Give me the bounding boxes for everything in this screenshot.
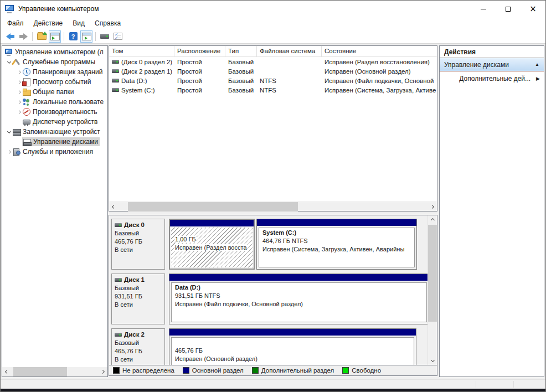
menu-file[interactable]: Файл [2,18,29,29]
view-options-button[interactable] [112,30,124,43]
partition-data-d[interactable]: Data (D:) 931,51 ГБ NTFS Исправен (Файл … [169,274,427,324]
scroll-right-button[interactable] [427,202,437,212]
disk-properties-button[interactable] [99,30,111,43]
chevron-expanded-icon[interactable] [6,61,12,63]
performance-icon [22,108,30,116]
scroll-up-button[interactable] [428,215,437,225]
toolbar: ? [1,29,545,44]
back-button[interactable] [4,30,16,43]
export-folder-icon [37,33,47,40]
tree-item-device-manager[interactable]: Диспетчер устройств [2,117,107,127]
column-header-type[interactable]: Тип [225,46,257,56]
scrollbar-thumb[interactable] [13,367,67,376]
volume-row[interactable]: System (C:) Простой Базовый NTFS Исправе… [109,85,437,95]
disk-0-info[interactable]: Диск 0 Базовый 465,76 ГБ В сети [111,219,165,270]
show-console-tree-button[interactable] [49,30,61,43]
tree-item-performance[interactable]: Производительность [2,107,107,117]
tree-item-shared-folders[interactable]: Общие папки [2,87,107,97]
tree-item-storage[interactable]: Запоминающие устройст [2,127,107,137]
tree-item-services-apps[interactable]: Службы и приложения [2,147,107,157]
more-actions-item[interactable]: Дополнительные дей... ▶ [440,71,544,85]
partition-color-bar [169,329,416,336]
chevron-collapsed-icon[interactable] [6,151,12,153]
volume-row[interactable]: (Диск 2 раздел 1) Простой Базовый Исправ… [109,66,437,76]
partition-color-bar [170,220,254,226]
console-tree-pane: Управление компьютером (л Служебные прог… [2,45,108,377]
volume-list-header: Том Расположение Тип Файловая система Со… [109,46,437,57]
disk-2-info[interactable]: Диск 2 Базовый 465,76 ГБ В сети [111,328,165,365]
actions-pane: Действия Управление дисками ▲ Дополнител… [439,45,544,377]
scrollbar-thumb[interactable] [128,202,298,212]
close-button[interactable]: × [521,1,545,17]
disk-pane-vertical-scrollbar[interactable] [427,215,437,365]
menu-view[interactable]: Вид [68,18,90,29]
export-list-button[interactable] [35,30,48,43]
submenu-arrow-icon: ▶ [536,76,540,81]
center-column: Том Расположение Тип Файловая система Со… [109,45,437,377]
chevron-collapsed-icon[interactable] [16,91,22,94]
volume-row[interactable]: Data (D:) Простой Базовый NTFS Исправен … [109,76,437,85]
minimize-button[interactable] [471,1,496,17]
event-viewer-icon [22,78,30,86]
selected-tree-item: Управление дисками [22,137,100,146]
help-icon: ? [69,32,78,40]
legend-swatch [113,367,120,374]
column-header-layout[interactable]: Расположение [174,46,225,56]
tree-item-event-viewer[interactable]: Просмотр событий [2,77,107,87]
chevron-expanded-icon[interactable] [6,131,12,133]
close-icon: × [529,5,537,13]
shared-folders-icon [22,88,30,96]
tree-horizontal-scrollbar[interactable] [2,367,107,376]
checklist-icon [114,33,122,40]
column-header-filesystem[interactable]: Файловая система [257,46,322,56]
tree-item-task-scheduler[interactable]: Планировщик заданий [2,67,107,77]
partition-system-c[interactable]: System (C:) 464,76 ГБ NTFS Исправен (Сис… [256,219,417,270]
menu-action[interactable]: Действие [29,18,68,29]
partition-color-bar [257,219,416,226]
chevron-collapsed-icon[interactable] [16,111,22,114]
status-bar [1,379,545,389]
scroll-right-button[interactable] [98,367,107,376]
tree-item-computer-management[interactable]: Управление компьютером (л [2,47,107,57]
menu-bar: Файл Действие Вид Справка [1,17,545,29]
collapse-caret-icon[interactable]: ▲ [535,62,539,67]
tree-item-disk-management[interactable]: Управление дисками [2,137,107,147]
disk-row-2: Диск 2 Базовый 465,76 ГБ В сети 465,76 Г… [111,328,425,365]
help-button[interactable]: ? [67,30,79,43]
show-action-pane-button[interactable] [80,30,92,43]
chevron-collapsed-icon[interactable] [16,71,22,74]
back-arrow-icon [6,33,14,40]
forward-arrow-icon [19,33,28,40]
console-tree-icon [50,33,60,40]
disk-1-info[interactable]: Диск 1 Базовый 931,51 ГБ В сети [111,274,165,324]
volume-list-pane: Том Расположение Тип Файловая система Со… [109,45,437,212]
task-scheduler-icon [22,68,30,76]
legend-unallocated: Не распределена [113,367,174,374]
partition-recovery-selected[interactable]: 1,00 ГБ Исправен (Раздел восста [169,219,255,270]
partition-disk2[interactable]: 465,76 ГБ Исправен (Основной раздел) [169,328,416,365]
actions-section-disk-management[interactable]: Управление дисками ▲ [440,58,544,71]
disk-icon [115,223,122,227]
column-header-status[interactable]: Состояние [322,46,437,56]
maximize-button[interactable] [496,1,521,17]
disk-row-0: Диск 0 Базовый 465,76 ГБ В сети 1,00 ГБ … [111,219,425,270]
tree-item-local-users[interactable]: Локальные пользовате [2,97,107,107]
scroll-down-button[interactable] [428,355,437,365]
maximize-icon [506,7,511,12]
partition-body-hatched: 1,00 ГБ Исправен (Раздел восста [171,228,253,267]
tree-item-system-tools[interactable]: Служебные программы [2,57,107,67]
disk-management-icon [23,138,31,146]
volume-list-horizontal-scrollbar[interactable] [109,202,437,211]
volume-row[interactable]: (Диск 0 раздел 2) Простой Базовый Исправ… [109,57,437,66]
forward-button[interactable] [17,30,29,43]
scrollbar-thumb[interactable] [428,225,437,322]
legend-swatch [342,367,349,374]
menu-help[interactable]: Справка [90,18,126,29]
chevron-collapsed-icon[interactable] [16,101,22,104]
chevron-collapsed-icon[interactable] [16,81,22,84]
partition-body: System (C:) 464,76 ГБ NTFS Исправен (Сис… [259,228,415,267]
scroll-left-button[interactable] [109,202,119,212]
column-header-volume[interactable]: Том [109,46,174,56]
legend-extended-partition: Дополнительный раздел [252,367,334,374]
scroll-left-button[interactable] [2,367,12,376]
